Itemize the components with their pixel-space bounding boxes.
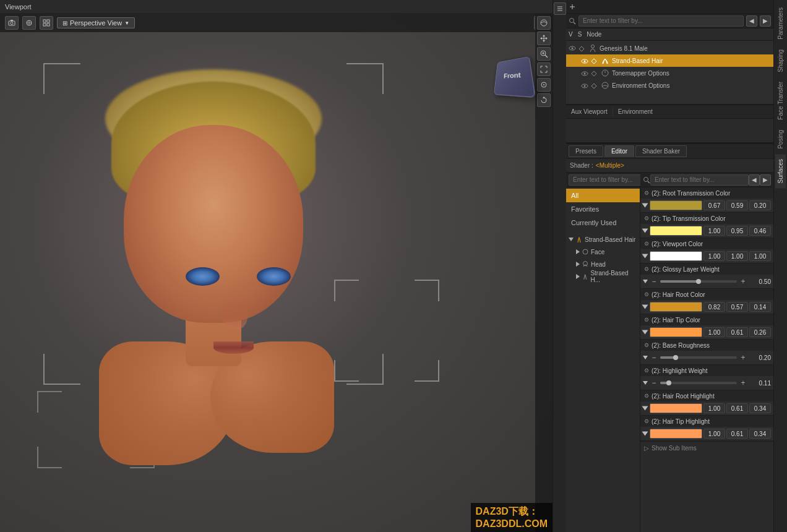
prop-root-transmission-values[interactable]: 0.67 0.59 0.20 [640,199,773,212]
prop-hair-tip-r[interactable]: 1.00 [703,327,725,337]
filter-favorites[interactable]: Favorites [566,202,640,216]
prop-highlight-minus[interactable]: − [650,379,658,387]
filter-all[interactable]: All [566,189,640,202]
aux-viewport-tab[interactable]: Aux Viewport [566,107,613,116]
prop-roughness-minus[interactable]: − [650,353,658,362]
tab-posing[interactable]: Posing [775,125,786,154]
prop-hair-root-swatch[interactable] [650,302,702,312]
environment-tab[interactable]: Environment [613,107,658,116]
prop-hair-root-highlight-b[interactable]: 0.34 [749,403,771,413]
tree-strand-based-hair[interactable]: Strand-Based Hair [566,233,640,246]
eye-toggle-tonemapper[interactable] [581,71,588,75]
prop-glossy-minus[interactable]: − [650,277,658,286]
aux-tab-bar: Aux Viewport Environment [566,105,773,119]
prop-viewport-color-values[interactable]: 1.00 1.00 1.00 [640,249,773,263]
prop-viewport-color-g[interactable]: 1.00 [726,251,748,261]
vis-toggle-hair[interactable] [591,58,598,63]
prop-root-transmission-b[interactable]: 0.20 [749,200,771,210]
prop-hair-tip-highlight-r[interactable]: 1.00 [703,429,725,439]
prop-glossy-plus[interactable]: + [739,277,747,286]
prop-hair-tip-highlight-values[interactable]: 1.00 0.61 0.34 [640,427,773,440]
icon-grid-btn[interactable] [40,16,53,30]
prop-search-next[interactable]: ▶ [760,174,771,186]
pan-btn[interactable] [537,32,551,45]
prop-highlight-track[interactable] [660,382,737,384]
prop-hair-root-r[interactable]: 0.82 [703,302,725,312]
fit-btn[interactable] [537,62,551,76]
prop-hair-root-g[interactable]: 0.57 [726,302,748,312]
prop-tip-transmission-r[interactable]: 1.00 [703,226,725,236]
perspective-view-btn[interactable]: ⊞ Perspective View ▼ [57,17,135,28]
nav-cube[interactable]: Front [493,57,530,94]
tab-parameters[interactable]: Parameters [775,2,786,45]
tree-strand[interactable]: Strand-Based H... [566,270,640,283]
prop-hair-tip-b[interactable]: 0.26 [749,327,771,337]
prop-tip-transmission-values[interactable]: 1.00 0.95 0.46 [640,224,773,238]
tab-shaping[interactable]: Shaping [775,45,786,77]
prop-hair-root-color-values[interactable]: 0.82 0.57 0.14 [640,300,773,314]
scene-item-genesis[interactable]: Genesis 8.1 Male [566,42,773,54]
prop-hair-root-highlight-r[interactable]: 1.00 [703,403,725,413]
prop-viewport-color-swatch[interactable] [650,251,702,261]
vis-toggle-tonemapper[interactable] [591,71,598,75]
orbit-btn[interactable] [537,16,551,30]
prop-hair-tip-highlight-swatch[interactable] [650,429,702,439]
tree-head[interactable]: Head [566,258,640,270]
prop-roughness-track[interactable] [660,356,737,359]
prop-search-input[interactable] [650,174,749,186]
prop-roughness-plus[interactable]: + [739,353,747,362]
prop-hair-tip-swatch[interactable] [650,327,702,337]
tab-face-transfer[interactable]: Face Transfer [775,77,786,125]
vis-toggle-environment[interactable] [591,83,598,88]
prop-hair-tip-g[interactable]: 0.61 [726,327,748,337]
prop-hair-root-b[interactable]: 0.14 [749,302,771,312]
prop-hair-root-highlight-values[interactable]: 1.00 0.61 0.34 [640,401,773,415]
filter-currently-used[interactable]: Currently Used [566,216,640,230]
prop-hair-tip-color-values[interactable]: 1.00 0.61 0.26 [640,325,773,339]
bracket-sm-tr [415,280,439,301]
side-panel-menu-btn[interactable] [554,2,566,15]
eye-toggle-environment[interactable] [581,83,588,88]
rotate-btn[interactable] [537,93,551,107]
vis-toggle-genesis[interactable] [578,46,586,51]
bracket-bl [43,354,80,385]
nose [223,298,247,329]
prop-tip-transmission-g[interactable]: 0.95 [726,226,748,236]
prop-root-transmission-swatch[interactable] [650,200,702,210]
icon-camera-btn[interactable] [5,16,19,30]
prop-tip-transmission-swatch[interactable] [650,226,702,236]
tab-surfaces[interactable]: Surfaces [775,154,786,188]
scene-item-hair[interactable]: Strand-Based Hair [566,54,773,67]
prop-glossy-weight-text: (2): Glossy Layer Weight [652,266,720,273]
show-sub-items-row[interactable]: ▷ Show Sub Items [640,441,773,455]
prop-root-transmission-g[interactable]: 0.59 [726,200,748,210]
icon-view-btn[interactable] [22,16,36,30]
tree-face[interactable]: Face [566,246,640,258]
svg-point-35 [584,61,586,62]
prop-glossy-track[interactable] [660,280,737,283]
prop-viewport-color-b[interactable]: 1.00 [749,251,771,261]
prop-search-prev[interactable]: ◀ [749,174,760,186]
scene-search-prev[interactable]: ◀ [746,15,757,27]
scene-item-environment[interactable]: Environment Options [566,79,773,92]
tab-editor[interactable]: Editor [604,145,634,157]
prop-hair-root-highlight-g[interactable]: 0.61 [726,403,748,413]
prop-root-transmission-r[interactable]: 0.67 [703,200,725,210]
zoom-btn[interactable] [537,47,551,61]
eye-toggle-genesis[interactable] [569,46,576,51]
scene-search-next[interactable]: ▶ [760,15,771,27]
scene-search-input[interactable] [578,15,744,27]
scene-item-tonemapper[interactable]: Tonemapper Options [566,67,773,79]
prop-tip-transmission: ⚙ (2): Tip Transmission Color 1.00 0.95 … [640,213,773,238]
tab-presets[interactable]: Presets [569,145,603,157]
prop-highlight-plus[interactable]: + [739,379,747,387]
frame-btn[interactable] [537,78,551,92]
prop-tip-transmission-b[interactable]: 0.46 [749,226,771,236]
prop-hair-root-highlight-swatch[interactable] [650,403,702,413]
prop-hair-tip-highlight-b[interactable]: 0.34 [749,429,771,439]
eye-toggle-hair[interactable] [581,58,588,63]
tab-shader-baker[interactable]: Shader Baker [635,145,687,157]
viewport-title: Viewport [5,3,32,11]
prop-viewport-color-r[interactable]: 1.00 [703,251,725,261]
prop-hair-tip-highlight-g[interactable]: 0.61 [726,429,748,439]
